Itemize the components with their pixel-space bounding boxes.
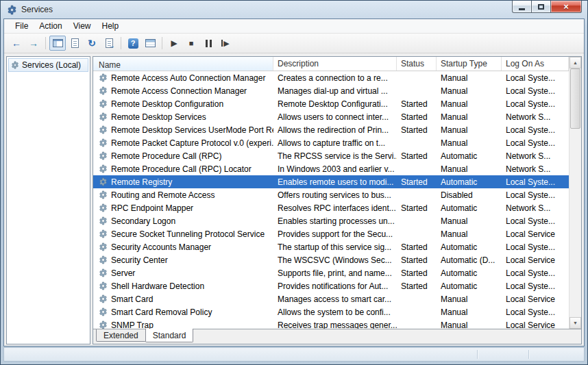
service-startup-type: Manual [437, 164, 502, 174]
service-description: The RPCSS service is the Servi... [273, 151, 397, 161]
table-row[interactable]: Remote Desktop Services UserMode Port Re… [93, 123, 569, 136]
scroll-down-button[interactable]: ▼ [569, 317, 581, 329]
scroll-up-button[interactable]: ▲ [569, 57, 581, 68]
table-row[interactable]: Shell Hardware Detection Provides notifi… [93, 279, 569, 292]
service-name: Smart Card Removal Policy [111, 307, 212, 317]
stop-service-icon: ■ [189, 40, 194, 47]
forward-icon: → [29, 38, 38, 48]
service-gear-icon [99, 242, 108, 251]
table-row[interactable]: SNMP Trap Receives trap messages gener..… [93, 318, 569, 329]
service-status: Started [397, 203, 437, 213]
service-name: Remote Access Connection Manager [111, 86, 247, 96]
column-header-description[interactable]: Description [273, 57, 397, 71]
service-startup-type: Automatic (D... [437, 255, 502, 265]
table-row[interactable]: Remote Desktop Services Allows users to … [93, 110, 569, 123]
service-gear-icon [99, 112, 108, 121]
service-gear-icon [99, 281, 108, 290]
service-description: Allows to capture traffic on t... [273, 138, 397, 148]
column-header-startup-type[interactable]: Startup Type [437, 57, 502, 71]
table-row[interactable]: Security Center The WSCSVC (Windows Sec.… [93, 253, 569, 266]
table-row[interactable]: Remote Access Auto Connection Manager Cr… [93, 71, 569, 84]
menu-help[interactable]: Help [97, 20, 125, 32]
service-gear-icon [99, 268, 108, 277]
service-log-on-as: Local Syste... [502, 281, 569, 291]
table-row[interactable]: RPC Endpoint Mapper Resolves RPC interfa… [93, 201, 569, 214]
service-name: Secure Socket Tunneling Protocol Service [111, 229, 265, 239]
column-header-status[interactable]: Status [397, 57, 437, 71]
table-row[interactable]: Security Accounts Manager The startup of… [93, 240, 569, 253]
service-description: Enables starting processes un... [273, 216, 397, 226]
table-row[interactable]: Secure Socket Tunneling Protocol Service… [93, 227, 569, 240]
menu-view[interactable]: View [68, 20, 97, 32]
close-button[interactable]: × [551, 1, 582, 13]
service-startup-type: Manual [437, 125, 502, 135]
export-list-button[interactable]: → [101, 36, 117, 51]
service-startup-type: Manual [437, 138, 502, 148]
minimize-button[interactable] [512, 1, 532, 13]
table-row[interactable]: Remote Access Connection Manager Manages… [93, 84, 569, 97]
back-button[interactable]: ← [8, 36, 25, 51]
table-row[interactable]: Remote Registry Enables remote users to … [93, 175, 569, 188]
service-description: Allows users to connect inter... [273, 112, 397, 122]
statusbar-separator [528, 350, 529, 359]
table-row[interactable]: Remote Packet Capture Protocol v.0 (expe… [93, 136, 569, 149]
restart-service-icon: ▶ [221, 40, 229, 47]
vertical-scrollbar[interactable]: ▲ ▼ [569, 57, 581, 329]
service-log-on-as: Local Syste... [502, 73, 569, 83]
menu-action[interactable]: Action [34, 20, 67, 32]
table-row[interactable]: Remote Procedure Call (RPC) The RPCSS se… [93, 149, 569, 162]
service-gear-icon [99, 203, 108, 212]
service-name: Remote Procedure Call (RPC) [111, 151, 221, 161]
refresh-button[interactable]: ↻ [84, 36, 100, 51]
service-name: SNMP Trap [111, 320, 154, 329]
pause-service-button[interactable] [200, 36, 217, 51]
view-options-button[interactable] [142, 36, 158, 51]
stop-service-button[interactable]: ■ [183, 36, 199, 51]
service-description: Remote Desktop Configurati... [273, 99, 397, 109]
title-bar[interactable]: Services [1, 1, 587, 18]
menu-file[interactable]: File [10, 20, 34, 32]
service-name: Secondary Logon [111, 216, 175, 226]
service-gear-icon [99, 151, 108, 160]
properties-button[interactable] [66, 36, 83, 51]
service-startup-type: Manual [437, 73, 502, 83]
minimize-icon [519, 8, 525, 10]
service-gear-icon [99, 190, 108, 199]
restart-service-button[interactable]: ▶ [217, 36, 234, 51]
scrollbar-thumb[interactable] [570, 68, 580, 129]
service-description: Manages access to smart car... [273, 294, 397, 304]
service-log-on-as: Local Syste... [502, 190, 569, 200]
column-header-name[interactable]: Name [93, 57, 273, 71]
service-name: Server [111, 268, 135, 278]
service-log-on-as: Local Syste... [502, 242, 569, 252]
table-row[interactable]: Remote Desktop Configuration Remote Desk… [93, 97, 569, 110]
service-status: Started [397, 112, 437, 122]
service-description: Creates a connection to a re... [273, 73, 397, 83]
menu-bar: File Action View Help [4, 19, 584, 34]
service-log-on-as: Local Syste... [502, 268, 569, 278]
service-startup-type: Manual [437, 86, 502, 96]
forward-button[interactable]: → [25, 36, 42, 51]
start-service-button[interactable]: ▶ [166, 36, 182, 51]
service-log-on-as: Local Syste... [502, 125, 569, 135]
service-gear-icon [99, 164, 108, 173]
table-row[interactable]: Routing and Remote Access Offers routing… [93, 188, 569, 201]
tab-standard[interactable]: Standard [145, 329, 194, 342]
sidebar-item-services-local[interactable]: Services (Local) [8, 58, 88, 72]
help-button[interactable]: ? [125, 36, 141, 51]
table-row[interactable]: Server Supports file, print, and name...… [93, 266, 569, 279]
table-row[interactable]: Smart Card Manages access to smart car..… [93, 292, 569, 305]
table-row[interactable]: Remote Procedure Call (RPC) Locator In W… [93, 162, 569, 175]
maximize-button[interactable] [532, 1, 551, 13]
scrollbar-track[interactable] [569, 129, 581, 317]
show-console-tree-button[interactable] [49, 36, 66, 51]
service-startup-type: Manual [437, 307, 502, 317]
table-row[interactable]: Secondary Logon Enables starting process… [93, 214, 569, 227]
service-name: Remote Desktop Services [111, 112, 206, 122]
service-description: Receives trap messages gener... [273, 320, 397, 329]
tab-extended[interactable]: Extended [96, 329, 146, 342]
service-log-on-as: Local Syste... [502, 216, 569, 226]
table-row[interactable]: Smart Card Removal Policy Allows the sys… [93, 305, 569, 318]
service-gear-icon [99, 294, 108, 303]
column-header-log-on-as[interactable]: Log On As [502, 57, 569, 71]
